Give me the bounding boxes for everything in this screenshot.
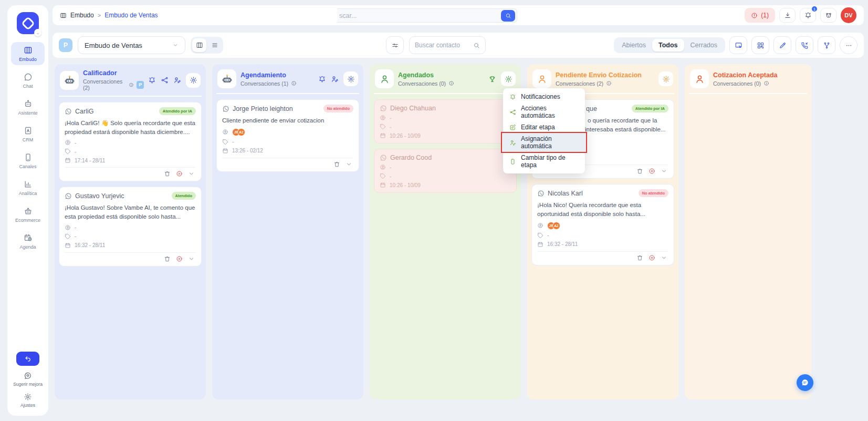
conversation-card[interactable]: Gerardo Cood--10:26 - 10/09 [374, 149, 517, 193]
topbar-actions: (1) 1 DV [745, 7, 856, 23]
more-options-button[interactable] [840, 36, 857, 54]
close-circle-icon[interactable] [176, 170, 183, 177]
stage-icon-tile [690, 69, 709, 88]
share-screen-button[interactable] [729, 36, 747, 54]
conversation-card[interactable]: CarliGAtendido por IA¡Hola CarliG! 👋 Sol… [59, 102, 202, 181]
sidebar-item-chat[interactable]: Chat [11, 69, 45, 92]
trash-icon[interactable] [636, 168, 643, 174]
close-circle-icon[interactable] [649, 168, 655, 174]
chevron-down-icon[interactable] [661, 254, 667, 261]
close-circle-icon[interactable] [649, 254, 655, 261]
settings-item[interactable]: Ajustes [12, 393, 44, 408]
card-datetime-row: 13:26 - 02/12 [222, 148, 353, 154]
sidebar-item-canales[interactable]: Canales [11, 149, 45, 172]
assignee-value: - [390, 165, 391, 170]
chevron-down-icon[interactable] [188, 255, 195, 262]
funnel-select[interactable]: Embudo de Ventas [78, 36, 185, 54]
stage-subtitle: Conversaciones (0) [398, 80, 484, 87]
conversation-card[interactable]: Nicolas KarlNo atendido¡Hola Nico! Querí… [531, 184, 674, 265]
mascot-button[interactable] [820, 8, 836, 23]
stage-settings-button[interactable] [186, 73, 201, 88]
suggest-improvement-item[interactable]: Sugerir mejora [12, 372, 44, 387]
search-overlay [251, 5, 337, 25]
contact-search-input[interactable] [415, 42, 473, 49]
tag-value: - [75, 149, 76, 155]
menu-item-automation[interactable]: Acciones automáticas [503, 102, 585, 121]
automation-icon[interactable] [161, 76, 169, 84]
filter-abiertos[interactable]: Abiertos [615, 39, 652, 52]
list-view-button[interactable] [207, 38, 222, 52]
close-circle-icon[interactable] [176, 255, 183, 262]
assign-icon[interactable] [331, 75, 339, 83]
conversation-card[interactable]: Jorge Prieto leightonNo atendidoCliente … [216, 99, 359, 172]
collapse-sidebar-button[interactable] [16, 352, 39, 366]
bell-icon[interactable] [148, 76, 156, 84]
trash-icon[interactable] [164, 170, 171, 177]
stage-settings-button[interactable] [343, 71, 358, 86]
assign-icon[interactable] [173, 76, 181, 84]
edit-button[interactable] [773, 36, 791, 54]
board-view-button[interactable] [192, 38, 206, 52]
chevron-down-icon[interactable] [188, 170, 195, 177]
connections-button[interactable] [818, 36, 835, 54]
card-contact-name: Nicolas Karl [548, 190, 635, 197]
trash-icon[interactable] [636, 254, 643, 261]
trophy-icon[interactable] [488, 75, 496, 83]
sidebar-item-ecommerce[interactable]: Ecommerce [11, 203, 45, 226]
sidebar-item-label: Embudo [19, 57, 37, 62]
pencil-icon [779, 42, 787, 49]
sidebar-item-analitica[interactable]: Analítica [11, 176, 45, 199]
trash-icon[interactable] [164, 255, 171, 262]
qr-button[interactable] [751, 36, 769, 54]
contact-search[interactable] [409, 36, 486, 54]
stage-column: Cotizacion AceptadaConversaciones (0) [685, 64, 811, 399]
chat-fab[interactable] [797, 374, 813, 391]
app-logo[interactable]: ⌄ [17, 12, 39, 34]
sidebar-item-crm[interactable]: CRM [11, 122, 45, 146]
download-icon [784, 12, 791, 19]
conversation-card[interactable]: Diego Chahuan--10:26 - 10/09 [374, 99, 517, 143]
chevron-down-icon[interactable] [661, 168, 667, 174]
filter-todos[interactable]: Todos [652, 39, 684, 52]
filters-button[interactable] [386, 36, 404, 54]
stage-subtitle: Conversaciones (2)P [83, 78, 144, 91]
tag-icon [222, 139, 228, 145]
logo-diamond-icon [21, 16, 35, 30]
notifications-button[interactable]: 1 [800, 8, 816, 23]
global-search-button[interactable] [501, 10, 515, 22]
kanban-icon [60, 12, 67, 19]
download-button[interactable] [779, 8, 796, 23]
menu-item-bell[interactable]: Notificaciones [503, 91, 585, 102]
card-contact-name: CarliG [75, 108, 156, 115]
funnel-select-value: Embudo de Ventas [85, 42, 142, 49]
stage-conversations-count: Conversaciones (0) [713, 80, 761, 87]
menu-item-assign[interactable]: Asignación automática [502, 133, 586, 152]
incoming-call-button[interactable] [796, 36, 813, 54]
calendar-icon [65, 157, 71, 163]
trash-icon[interactable] [333, 161, 340, 168]
breadcrumb-root[interactable]: Embudo [70, 12, 94, 19]
filter-cerrados[interactable]: Cerrados [684, 39, 724, 52]
chevron-down-icon[interactable] [346, 161, 352, 168]
sidebar-item-asistente[interactable]: Asistente [11, 96, 45, 119]
bell-icon [804, 12, 812, 19]
suggest-label: Sugerir mejora [13, 382, 43, 387]
whatsapp-icon [65, 108, 72, 115]
conversation-card[interactable]: Gustavo YurjevicAtendido¡Hola Gustavo! S… [59, 187, 202, 266]
stage-settings-button[interactable] [658, 71, 673, 86]
menu-item-label: Cambiar tipo de etapa [521, 154, 579, 169]
stage-column: AgendadosConversaciones (0)Diego Chahuan… [370, 64, 521, 399]
user-avatar[interactable]: DV [841, 7, 856, 23]
basket-icon [24, 207, 33, 215]
breadcrumb-current[interactable]: Embudo de Ventas [104, 12, 158, 19]
calclock-icon [24, 233, 33, 242]
sidebar-item-agenda[interactable]: Agenda [11, 230, 45, 253]
card-assignee-row: JPA2 [222, 128, 353, 136]
alerts-pill[interactable]: (1) [745, 8, 775, 23]
menu-item-stage[interactable]: Cambiar tipo de etapa [503, 152, 585, 171]
sidebar-item-embudo[interactable]: Embudo [11, 42, 45, 65]
menu-item-editsq[interactable]: Editar etapa [503, 121, 585, 133]
stage-settings-button[interactable] [501, 71, 516, 86]
bell-icon[interactable] [318, 75, 326, 83]
gear-icon [662, 75, 670, 83]
